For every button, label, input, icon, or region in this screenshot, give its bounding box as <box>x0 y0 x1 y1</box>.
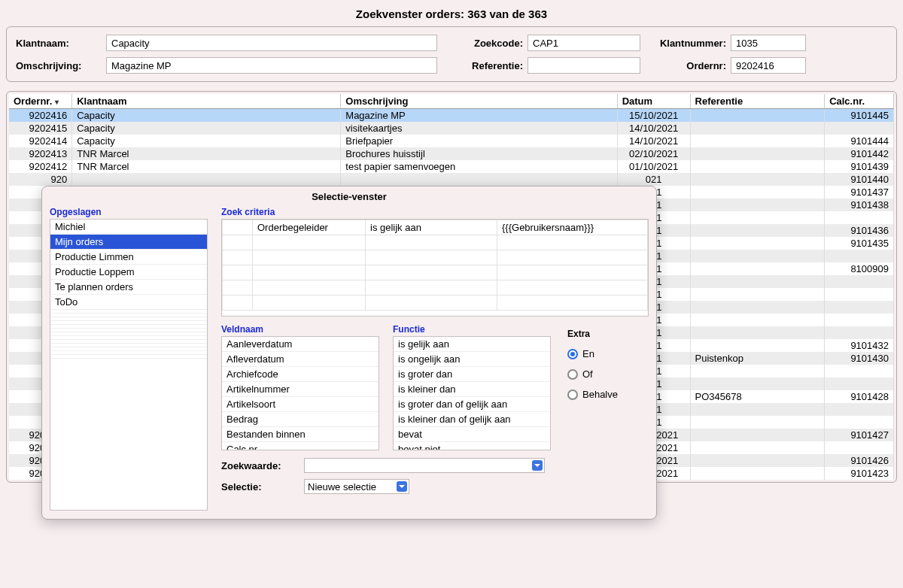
table-row[interactable]: 9202416CapacityMagazine MP15/10/20219101… <box>9 109 894 123</box>
list-item[interactable]: Aanleverdatum <box>222 337 379 352</box>
combo-zoekwaarde[interactable] <box>304 458 545 473</box>
label-zoek-criteria: Zoek criteria <box>221 207 649 217</box>
veldnaam-listbox[interactable]: AanleverdatumAfleverdatumArchiefcodeArti… <box>221 336 379 450</box>
list-item[interactable]: Productie Limmen <box>50 250 207 265</box>
label-veldnaam: Veldnaam <box>221 324 379 335</box>
list-item[interactable]: is groter dan <box>394 367 550 382</box>
list-item[interactable]: bevat niet <box>394 442 550 450</box>
list-item[interactable]: ToDo <box>50 295 207 310</box>
list-item[interactable]: Afleverdatum <box>222 352 379 367</box>
col-calcnr[interactable]: Calc.nr. <box>825 94 894 109</box>
modal-title: Selectie-venster <box>50 189 649 207</box>
list-item[interactable]: Mijn orders <box>50 235 207 250</box>
label-klantnummer: Klantnummer: <box>640 38 731 49</box>
label-omschrijving: Omschrijving: <box>16 60 106 71</box>
table-row[interactable]: 9200219101440 <box>9 173 894 186</box>
input-zoekcode[interactable] <box>528 35 640 51</box>
label-zoekwaarde: Zoekwaarde: <box>221 460 304 471</box>
list-item[interactable]: bevat <box>394 427 550 442</box>
list-item[interactable]: is gelijk aan <box>394 337 550 352</box>
list-item[interactable]: Artikelsoort <box>222 397 379 412</box>
window-title: Zoekvenster orders: 363 van de 363 <box>6 5 897 26</box>
table-row[interactable]: 9202415Capacityvisitekaartjes14/10/2021 <box>9 122 894 135</box>
search-panel: Klantnaam: Zoekcode: Klantnummer: Omschr… <box>6 26 897 82</box>
list-item[interactable]: is ongelijk aan <box>394 352 550 367</box>
radio-icon <box>567 369 578 380</box>
label-functie: Functie <box>393 324 551 335</box>
functie-listbox[interactable]: is gelijk aanis ongelijk aanis groter da… <box>393 336 551 450</box>
input-omschrijving[interactable] <box>106 57 437 74</box>
list-item[interactable]: Bedrag <box>222 412 379 427</box>
label-extra: Extra <box>567 329 644 339</box>
col-datum[interactable]: Datum <box>617 94 690 109</box>
table-row[interactable]: 9202414CapacityBriefpapier14/10/20219101… <box>9 135 894 147</box>
chevron-down-icon <box>532 460 543 471</box>
radio-en[interactable]: En <box>567 348 644 359</box>
list-item[interactable]: Michiel <box>50 220 207 235</box>
col-omschrijving[interactable]: Omschrijving <box>341 94 617 109</box>
list-item[interactable]: is groter dan of gelijk aan <box>394 397 550 412</box>
list-item[interactable]: is kleiner dan of gelijk aan <box>394 412 550 427</box>
sort-desc-icon: ▾ <box>55 98 59 106</box>
radio-of[interactable]: Of <box>567 368 644 380</box>
list-item[interactable]: Artikelnummer <box>222 382 379 397</box>
selectie-venster-modal: Selectie-venster Opgeslagen MichielMijn … <box>41 186 657 520</box>
table-row[interactable]: 9202413TNR MarcelBrochures huisstijl02/1… <box>9 147 894 160</box>
list-item[interactable]: Te plannen orders <box>50 280 207 295</box>
radio-label: En <box>582 348 594 359</box>
list-item[interactable]: Bestanden binnen <box>222 427 379 442</box>
criteria-table[interactable]: Orderbegeleideris gelijk aan{{{Gebruiker… <box>221 219 649 317</box>
input-referentie[interactable] <box>528 57 640 74</box>
radio-icon <box>567 389 578 400</box>
saved-listbox[interactable]: MichielMijn ordersProductie LimmenProduc… <box>50 219 208 511</box>
radio-label: Behalve <box>582 389 618 400</box>
label-ordernr: Ordernr: <box>640 60 731 71</box>
label-opgeslagen: Opgeslagen <box>50 207 208 217</box>
list-item[interactable]: Archiefcode <box>222 367 379 382</box>
list-item[interactable]: Productie Loppem <box>50 265 207 280</box>
col-klantnaam[interactable]: Klantnaam <box>72 94 341 109</box>
input-ordernr[interactable] <box>731 57 806 74</box>
chevron-down-icon <box>397 481 407 492</box>
col-referentie[interactable]: Referentie <box>690 94 825 109</box>
radio-label: Of <box>582 368 593 380</box>
label-selectie: Selectie: <box>221 481 304 493</box>
combo-selectie[interactable]: Nieuwe selectie <box>304 479 409 494</box>
input-klantnaam[interactable] <box>106 35 437 51</box>
label-referentie: Referentie: <box>437 60 528 71</box>
col-ordernr[interactable]: Ordernr.▾ <box>9 94 72 109</box>
label-zoekcode: Zoekcode: <box>437 38 528 49</box>
list-item[interactable]: is kleiner dan <box>394 382 550 397</box>
list-item[interactable]: Calc.nr. <box>222 442 379 450</box>
input-klantnummer[interactable] <box>731 35 806 51</box>
label-klantnaam: Klantnaam: <box>16 38 106 49</box>
list-item[interactable] <box>50 355 207 359</box>
radio-icon <box>567 349 578 359</box>
radio-behalve[interactable]: Behalve <box>567 389 644 400</box>
table-row[interactable]: 9202412TNR Marceltest papier samenvoegen… <box>9 160 894 173</box>
